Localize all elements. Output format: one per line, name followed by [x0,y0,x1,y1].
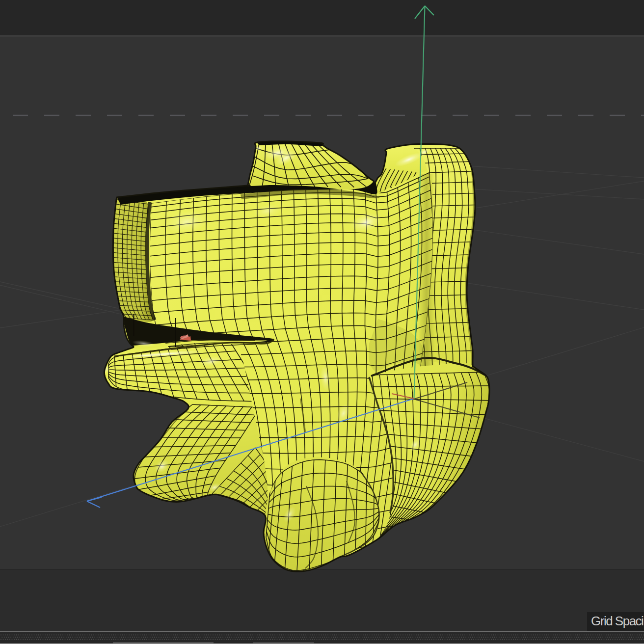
svg-text:Grid Spacin: Grid Spacin [591,614,644,628]
